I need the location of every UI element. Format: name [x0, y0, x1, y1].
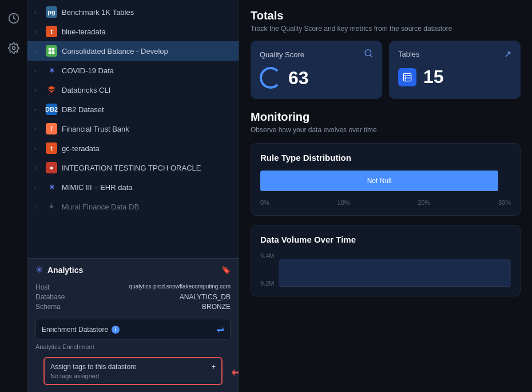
totals-title: Totals [251, 9, 521, 22]
tree-item-financial[interactable]: › f Financial Trust Bank [27, 119, 239, 138]
tables-label: Tables [398, 50, 420, 58]
x-label-0: 0% [260, 199, 269, 206]
assign-plus-icon[interactable]: + [212, 363, 216, 371]
monitoring-subtitle: Observe how your data evolves over time [251, 126, 521, 134]
main-content: Totals Track the Quality Score and key m… [239, 0, 532, 392]
quality-score-value-row: 63 [260, 67, 373, 89]
db2-icon: DB2 [46, 104, 57, 115]
tree-item-covid[interactable]: › ✳ COVID-19 Data [27, 61, 239, 80]
tree-list: › pg Benchmark 1K Tables › t blue-terada… [27, 0, 239, 258]
enrichment-datastore-box[interactable]: Enrichment Datastore i ⇌ [35, 319, 231, 340]
gc-teradata-icon: t [46, 142, 57, 154]
mimic-icon: ✳ [46, 181, 57, 193]
database-link-icon: ⇌ [217, 324, 224, 335]
info-icon: i [112, 326, 120, 334]
tree-item-gc-teradata[interactable]: › t gc-teradata [27, 138, 239, 158]
mimic-label: MIMIC III – EHR data [62, 183, 232, 192]
y-label-94m: 9.4M [260, 252, 274, 259]
not-null-fill: Not Null [260, 171, 498, 191]
tree-item-benchmark[interactable]: › pg Benchmark 1K Tables [27, 2, 239, 22]
volume-bar-area [279, 259, 511, 287]
svg-point-12 [365, 50, 371, 56]
financial-icon: f [46, 123, 57, 134]
assign-tags-header: Assign tags to this datastore + [50, 363, 216, 371]
databricks-label: Databricks CLI [62, 86, 232, 94]
search-icon[interactable] [364, 49, 373, 60]
blue-teradata-label: blue-teradata [62, 27, 232, 36]
db2-label: DB2 Dataset [62, 105, 232, 114]
tables-card[interactable]: Tables ↗ 15 [389, 41, 521, 99]
tree-item-db2[interactable]: › DB2 DB2 Dataset [27, 100, 239, 119]
chevron-icon: › [34, 165, 41, 171]
benchmark-label: Benchmark 1K Tables [62, 8, 232, 17]
x-axis: 0% 10% 20% 30% [260, 196, 511, 206]
chevron-icon: › [34, 126, 41, 132]
analytics-section: ✳ Analytics 🔖 Host qualytics-prod.snowfl… [27, 258, 239, 392]
mural-label: Mural Finance Data DB [62, 203, 232, 211]
oracle-icon: ● [46, 162, 57, 173]
analytics-snowflake-icon: ✳ [35, 264, 43, 275]
data-volume-chart: 9.4M 9.2M [260, 252, 511, 287]
tree-item-blue-teradata[interactable]: › t blue-teradata [27, 22, 239, 41]
chevron-icon: › [34, 184, 41, 191]
database-label: Database [35, 293, 76, 301]
svg-line-13 [370, 55, 372, 57]
analytics-title: Analytics [47, 266, 217, 275]
tree-item-consolidated[interactable]: › Consolidated Balance - Develop [27, 41, 239, 61]
quality-score-card[interactable]: Quality Score 63 [251, 41, 382, 99]
quality-score-circle [260, 67, 281, 89]
data-volume-title: Data Volume Over Time [260, 235, 511, 244]
svg-point-1 [12, 47, 15, 50]
x-label-10: 10% [338, 199, 350, 206]
svg-rect-3 [52, 48, 55, 51]
y-label-92m: 9.2M [260, 280, 274, 287]
schema-label: Schema [35, 303, 76, 311]
assign-tags-box[interactable]: Assign tags to this datastore + No tags … [43, 357, 223, 385]
tree-panel: › pg Benchmark 1K Tables › t blue-terada… [27, 0, 239, 392]
tree-item-mural[interactable]: › Mural Finance Data DB [27, 197, 239, 216]
icon-sidebar [0, 0, 27, 392]
chevron-icon: › [34, 48, 41, 54]
assign-tags-label: Assign tags to this datastore [50, 363, 137, 371]
mural-icon [46, 201, 57, 212]
tree-item-oracle[interactable]: › ● INTEGRATION TESTING TPCH ORACLE [27, 158, 239, 177]
chevron-icon: › [34, 9, 41, 15]
assign-tags-container: Assign tags to this datastore + No tags … [35, 357, 231, 385]
oracle-label: INTEGRATION TESTING TPCH ORACLE [62, 164, 232, 172]
svg-point-8 [50, 205, 53, 208]
tree-item-mimic[interactable]: › ✳ MIMIC III – EHR data [27, 177, 239, 197]
monitoring-title: Monitoring [251, 110, 521, 124]
external-link-icon[interactable]: ↗ [504, 49, 511, 60]
financial-label: Financial Trust Bank [62, 125, 232, 133]
svg-marker-6 [47, 86, 55, 90]
y-axis: 9.4M 9.2M [260, 252, 274, 287]
chevron-icon: › [34, 29, 41, 35]
rule-distribution-title: Rule Type Distribution [260, 153, 511, 163]
benchmark-icon: pg [46, 6, 57, 18]
analytics-meta: Host qualytics-prod.snowflakecomputing.c… [27, 281, 239, 315]
tables-value-row: 15 [398, 66, 511, 88]
svg-rect-14 [403, 73, 411, 81]
tables-value: 15 [423, 66, 444, 88]
x-label-30: 30% [498, 199, 511, 206]
chevron-icon: › [34, 68, 41, 74]
not-null-bar: Not Null [260, 171, 511, 191]
chevron-icon: › [34, 106, 41, 113]
clock-icon[interactable] [5, 9, 23, 27]
table-icon [398, 68, 416, 86]
databricks-icon [46, 84, 57, 96]
covid-label: COVID-19 Data [62, 66, 232, 75]
teradata-icon: t [46, 26, 57, 37]
covid-icon: ✳ [46, 65, 57, 76]
bar-row-not-null: Not Null [260, 171, 511, 191]
chevron-icon: › [34, 145, 41, 152]
enrichment-label: Enrichment Datastore [42, 326, 108, 334]
bookmark-icon[interactable]: 🔖 [221, 266, 231, 274]
database-value: ANALYTICS_DB [80, 293, 231, 301]
analytics-header[interactable]: ✳ Analytics 🔖 [27, 259, 239, 281]
quality-score-value: 63 [288, 68, 309, 89]
red-arrow-indicator [232, 366, 239, 379]
gc-teradata-label: gc-teradata [62, 144, 232, 153]
tree-item-databricks[interactable]: › Databricks CLI [27, 80, 239, 100]
settings-icon[interactable] [5, 39, 23, 57]
